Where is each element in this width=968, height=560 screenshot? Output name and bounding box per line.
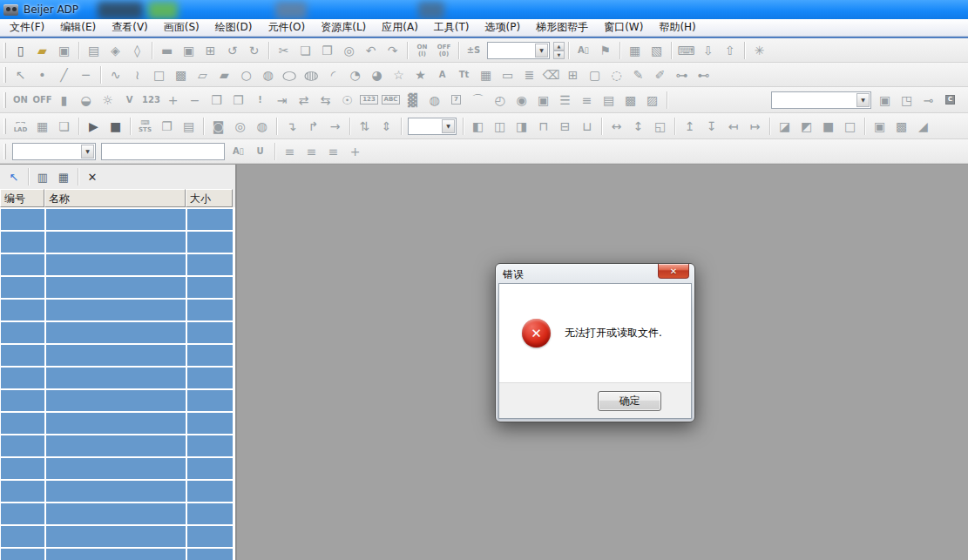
send-backward-icon[interactable]: ◩: [795, 117, 817, 136]
open-screen-button-icon[interactable]: ❒: [206, 91, 227, 110]
state-select-combo[interactable]: ▼: [487, 42, 550, 59]
zoom-select-combo[interactable]: ▼: [408, 118, 457, 135]
save-shape-icon[interactable]: ▩: [890, 117, 912, 136]
transform-icon[interactable]: ⚑: [594, 41, 616, 60]
message-display-icon[interactable]: ▣: [532, 91, 554, 110]
link-node-icon[interactable]: ⊶: [671, 65, 693, 84]
ascii-display-icon[interactable]: ABC: [380, 91, 402, 110]
polyline-icon[interactable]: ∿: [105, 65, 126, 84]
menu-view[interactable]: 查看(V): [104, 18, 156, 37]
move-left-icon[interactable]: ↤: [722, 117, 744, 136]
align-bottom-icon[interactable]: ⊔: [576, 117, 598, 136]
route-down-icon[interactable]: ↴: [281, 117, 302, 136]
text-select-icon[interactable]: A▯: [572, 41, 594, 60]
knob-icon[interactable]: ☼: [97, 91, 118, 110]
align-left-icon[interactable]: ◧: [467, 117, 489, 136]
menu-window[interactable]: 窗口(W): [596, 18, 651, 37]
toolbar-grip[interactable]: [3, 67, 6, 83]
alarm-display-icon[interactable]: !: [249, 91, 271, 110]
pie-icon[interactable]: ◔: [344, 65, 366, 84]
bit-off-icon[interactable]: OFF: [31, 91, 53, 110]
menu-edit[interactable]: 编辑(E): [52, 18, 104, 37]
star-icon[interactable]: ☆: [388, 65, 410, 84]
copy-icon[interactable]: ❏: [294, 41, 316, 60]
status-sts-icon[interactable]: ⌨STS: [134, 117, 156, 136]
save-library-icon[interactable]: ▣: [874, 91, 896, 110]
unlock-icon[interactable]: ◎: [229, 117, 251, 136]
rectangle-icon[interactable]: □: [148, 65, 170, 84]
voltage-meter-icon[interactable]: V: [118, 91, 140, 110]
keypad-download-icon[interactable]: ⌨: [675, 41, 697, 60]
keypad-icon[interactable]: ▤: [598, 91, 619, 110]
ladder-lad-icon[interactable]: ⌐¬LAD: [10, 117, 31, 136]
ellipse-icon[interactable]: ○: [279, 65, 301, 84]
dash-frame-icon[interactable]: ◌: [606, 65, 627, 84]
image-edit-icon[interactable]: ▤: [178, 117, 200, 136]
run-simulation-icon[interactable]: ▶: [83, 117, 105, 136]
table-row[interactable]: [1, 300, 232, 320]
table-row[interactable]: [1, 481, 232, 502]
text-entry-input[interactable]: [101, 143, 225, 160]
menu-file[interactable]: 文件(F): [2, 18, 52, 37]
toolbar-grip[interactable]: [3, 92, 6, 108]
table-row[interactable]: [1, 413, 232, 434]
state-set-icon[interactable]: ±S: [463, 41, 484, 60]
state-spinner[interactable]: ▲▼: [553, 42, 565, 59]
alarm-tag-icon[interactable]: ◊: [126, 41, 148, 60]
multi-screen-icon[interactable]: ⊞: [200, 41, 221, 60]
indicator-bulb-icon[interactable]: ☉: [336, 91, 358, 110]
scale-icon[interactable]: ≣: [518, 65, 540, 84]
multi-copy-icon[interactable]: ❏: [53, 117, 75, 136]
toggle-switch-icon[interactable]: ▮: [53, 91, 75, 110]
table-row[interactable]: [1, 209, 232, 230]
dropdown-arrow-icon[interactable]: ▼: [535, 44, 548, 57]
table-row[interactable]: [1, 458, 232, 479]
stacked-list-icon[interactable]: ≡: [576, 91, 598, 110]
bring-to-front-icon[interactable]: ■: [817, 117, 839, 136]
column-header-1[interactable]: 名称: [44, 189, 186, 207]
screen-preview-icon[interactable]: ▣: [178, 41, 200, 60]
arc-icon[interactable]: ◜: [322, 65, 344, 84]
ascii-jump-icon[interactable]: ⇆: [315, 91, 336, 110]
table-row[interactable]: [1, 345, 232, 366]
table-icon[interactable]: ⊞: [562, 65, 584, 84]
filled-parallelogram-icon[interactable]: ▰: [213, 65, 235, 84]
align-middle-icon[interactable]: ⊟: [554, 117, 576, 136]
table-row[interactable]: [1, 503, 232, 524]
horizontal-line-icon[interactable]: ─: [75, 65, 97, 84]
round-meter-icon[interactable]: ◉: [511, 91, 532, 110]
connect-object-icon[interactable]: ⊸: [917, 91, 939, 110]
new-file-icon[interactable]: ▯: [10, 41, 31, 60]
statistics-icon[interactable]: ◢: [912, 117, 934, 136]
menu-library[interactable]: 资源库(L): [313, 18, 374, 37]
column-header-0[interactable]: 编号: [0, 189, 44, 207]
numeric-jump-icon[interactable]: ⇄: [293, 91, 315, 110]
bar-graph-icon[interactable]: ▓: [402, 91, 423, 110]
unlock-all-icon[interactable]: ◍: [251, 117, 273, 136]
circle-graph-icon[interactable]: ◍: [423, 91, 445, 110]
text-align-left-icon[interactable]: ≡: [279, 142, 301, 161]
close-screen-button-icon[interactable]: ❐: [227, 91, 249, 110]
close-panel-icon[interactable]: ✕: [82, 168, 103, 186]
align-center-icon[interactable]: ◫: [489, 117, 511, 136]
increment-icon[interactable]: +: [162, 91, 184, 110]
table-row[interactable]: [1, 277, 232, 298]
pattern-block-icon[interactable]: ▩: [619, 91, 641, 110]
table-row[interactable]: [1, 254, 232, 275]
table-row[interactable]: [1, 232, 232, 253]
detail-view-icon[interactable]: ▥: [32, 168, 53, 186]
download-app-icon[interactable]: ⇩: [697, 41, 719, 60]
column-header-2[interactable]: 大小: [186, 189, 233, 207]
move-top-icon[interactable]: ↥: [679, 117, 701, 136]
font-select-combo[interactable]: ▼: [12, 143, 96, 160]
freehand-icon[interactable]: ≀: [126, 65, 148, 84]
move-right-icon[interactable]: ↦: [744, 117, 766, 136]
circle-icon[interactable]: ○: [235, 65, 257, 84]
ladder-monitor-icon[interactable]: ▦: [31, 117, 53, 136]
paste-icon[interactable]: ❐: [316, 41, 338, 60]
same-size-icon[interactable]: ◱: [649, 117, 671, 136]
pattern-frame-icon[interactable]: ▨: [641, 91, 663, 110]
snap-grid-icon[interactable]: ▧: [646, 41, 667, 60]
toolbar-grip[interactable]: [3, 118, 6, 134]
filled-rectangle-icon[interactable]: ▩: [170, 65, 192, 84]
